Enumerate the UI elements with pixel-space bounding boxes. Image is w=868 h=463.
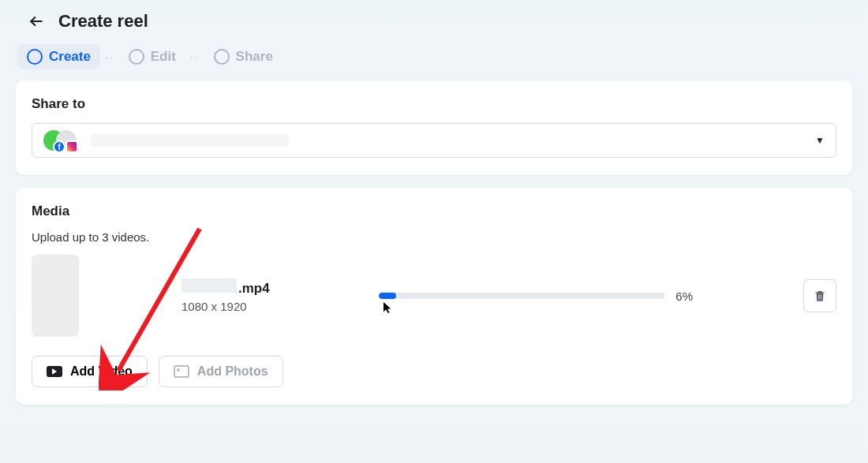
media-title: Media [32, 203, 836, 219]
page-title: Create reel [58, 11, 148, 32]
facebook-badge-icon: f [53, 140, 65, 153]
cursor-pointer-icon [383, 302, 395, 314]
caret-down-icon: ▼ [815, 135, 825, 146]
step-label: Create [49, 49, 91, 65]
video-thumbnail[interactable] [32, 255, 79, 337]
file-dimensions: 1080 x 1920 [181, 300, 331, 313]
upload-progress-fill [379, 293, 396, 299]
step-label: Share [236, 49, 273, 65]
step-circle-icon [129, 49, 144, 65]
step-circle-icon [214, 49, 230, 65]
file-name-redacted [181, 278, 237, 293]
trash-icon [813, 289, 827, 303]
step-label: Edit [151, 49, 176, 65]
upload-progress-percent: 6% [675, 289, 693, 303]
file-extension: .mp4 [238, 281, 270, 297]
step-separator: ·· [190, 50, 200, 63]
add-video-label: Add Video [70, 364, 133, 379]
delete-video-button[interactable] [803, 279, 836, 312]
upload-progress-bar [379, 293, 664, 299]
media-card: Media Upload up to 3 videos. .mp4 1080 x… [16, 188, 852, 405]
step-edit[interactable]: Edit [119, 44, 185, 69]
step-separator: ·· [105, 50, 114, 63]
add-photos-button[interactable]: Add Photos [159, 356, 283, 387]
video-icon [47, 366, 62, 377]
back-arrow-icon[interactable] [28, 13, 44, 29]
media-subtitle: Upload up to 3 videos. [32, 230, 836, 244]
add-video-button[interactable]: Add Video [32, 356, 148, 387]
steps-nav: Create ·· Edit ·· Share [0, 39, 868, 80]
instagram-badge-icon [65, 140, 78, 153]
share-title: Share to [32, 96, 836, 112]
step-share[interactable]: Share [204, 44, 282, 69]
file-info: .mp4 1080 x 1920 [181, 278, 331, 313]
share-account-select[interactable]: f ▼ [32, 123, 836, 158]
account-name-redacted [91, 134, 288, 147]
photo-icon [174, 365, 189, 378]
share-card: Share to f ▼ [16, 80, 852, 175]
step-circle-icon [27, 49, 43, 65]
avatar-stack: f [43, 129, 81, 151]
step-create[interactable]: Create [17, 44, 100, 69]
add-photos-label: Add Photos [197, 364, 268, 379]
